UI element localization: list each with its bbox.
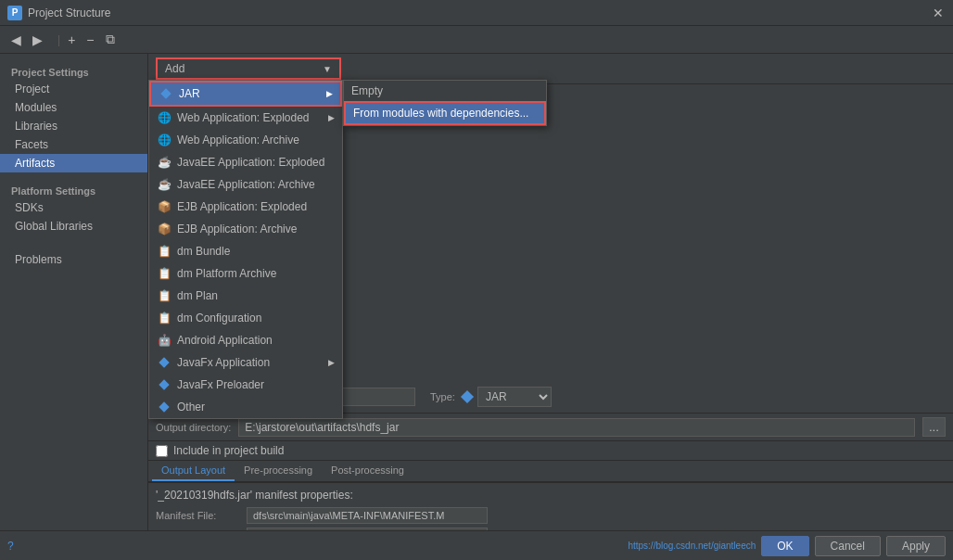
back-button[interactable]: ◀: [7, 31, 25, 49]
menu-item-javaee-archive[interactable]: ☕ JavaEE Application: Archive: [149, 173, 342, 196]
menu-item-other[interactable]: Other: [149, 396, 342, 418]
javafx-app-arrow-icon: ▶: [328, 358, 335, 367]
forward-button[interactable]: ▶: [29, 31, 46, 49]
window-controls: ✕: [931, 6, 946, 20]
menu-item-web-archive-label: Web Application: Archive: [177, 134, 299, 146]
tab-post-processing[interactable]: Post-processing: [322, 461, 413, 481]
remove-button[interactable]: −: [83, 31, 97, 49]
right-panel: Add ▼ JAR ▶ 🌐 We: [148, 54, 953, 530]
sidebar-item-modules[interactable]: Modules: [0, 98, 147, 117]
web-exploded-arrow-icon: ▶: [328, 113, 335, 122]
menu-item-dm-bundle[interactable]: 📋 dm Bundle: [149, 240, 342, 262]
menu-item-javafx-app-label: JavaFx Application: [177, 356, 270, 369]
menu-item-javafx-preloader[interactable]: JavaFx Preloader: [149, 374, 342, 396]
sidebar-item-artifacts[interactable]: Artifacts: [0, 154, 147, 172]
output-dir-input[interactable]: [238, 418, 915, 437]
close-button[interactable]: ✕: [931, 6, 946, 20]
type-dropdown: JAR: [463, 387, 552, 407]
menu-item-web-exploded[interactable]: 🌐 Web Application: Exploded ▶: [149, 107, 342, 129]
menu-item-dm-config[interactable]: 📋 dm Configuration: [149, 307, 342, 329]
menu-item-dm-plan-label: dm Plan: [177, 289, 218, 302]
dm-platform-icon: 📋: [157, 266, 172, 281]
menu-item-javafx-preloader-label: JavaFx Preloader: [177, 378, 264, 391]
menu-item-ejb-exploded[interactable]: 📦 EJB Application: Exploded: [149, 196, 342, 218]
jar-icon: [159, 86, 173, 101]
type-select[interactable]: JAR: [477, 387, 552, 407]
add-menu-button[interactable]: Add ▼: [156, 57, 341, 80]
menu-item-dm-platform[interactable]: 📋 dm Platform Archive: [149, 262, 342, 285]
menu-item-web-exploded-label: Web Application: Exploded: [177, 111, 310, 124]
manifest-title: '_20210319hdfs.jar' manifest properties:: [156, 489, 946, 502]
android-app-icon: 🤖: [157, 333, 172, 348]
web-archive-icon: 🌐: [157, 133, 172, 147]
ejb-exploded-icon: 📦: [157, 199, 172, 214]
add-button[interactable]: +: [64, 31, 79, 49]
cancel-button[interactable]: Cancel: [815, 536, 881, 556]
platform-settings-header: Platform Settings: [0, 180, 147, 198]
manifest-file-row: Manifest File:: [156, 507, 946, 524]
menu-item-android-app[interactable]: 🤖 Android Application: [149, 329, 342, 351]
footer: ? https://blog.csdn.net/giantleech OK Ca…: [0, 530, 953, 560]
footer-right: https://blog.csdn.net/giantleech OK Canc…: [628, 536, 946, 556]
javafx-app-icon: [157, 355, 172, 370]
ok-button[interactable]: OK: [761, 536, 808, 556]
manifest-file-input[interactable]: [247, 507, 488, 524]
menu-item-dm-plan[interactable]: 📋 dm Plan: [149, 285, 342, 307]
footer-url: https://blog.csdn.net/giantleech: [628, 541, 756, 551]
include-row: Include in project build: [148, 441, 953, 461]
menu-item-web-archive[interactable]: 🌐 Web Application: Archive: [149, 129, 342, 151]
help-button[interactable]: ?: [7, 540, 14, 553]
dm-config-icon: 📋: [157, 311, 172, 325]
title-bar: P Project Structure ✕: [0, 0, 953, 26]
menu-item-javaee-exploded[interactable]: ☕ JavaEE Application: Exploded: [149, 151, 342, 173]
menu-item-ejb-archive[interactable]: 📦 EJB Application: Archive: [149, 218, 342, 240]
sidebar-item-sdks[interactable]: SDKs: [0, 198, 147, 217]
app-icon: P: [7, 6, 22, 20]
menu-item-dm-config-label: dm Configuration: [177, 312, 261, 325]
include-checkbox[interactable]: [156, 445, 168, 457]
output-dir-label: Output directory:: [156, 422, 231, 433]
jar-from-modules-item[interactable]: From modules with dependencies...: [344, 101, 546, 125]
project-structure-window: P Project Structure ✕ ◀ ▶ | + − ⧉ Projec…: [0, 0, 953, 560]
bottom-section: '_20210319hdfs.jar' manifest properties:…: [148, 482, 953, 530]
jar-submenu-arrow-icon: ▶: [326, 89, 333, 98]
jar-empty-label: Empty: [351, 84, 383, 97]
menu-item-ejb-exploded-label: EJB Application: Exploded: [177, 200, 307, 213]
add-menu-arrow-icon: ▼: [323, 64, 332, 74]
sidebar-item-project[interactable]: Project: [0, 80, 147, 98]
tab-output-layout[interactable]: Output Layout: [152, 461, 235, 481]
menu-item-javaee-exploded-label: JavaEE Application: Exploded: [177, 156, 324, 169]
jar-type-icon: [461, 390, 474, 403]
jar-empty-item[interactable]: Empty: [344, 81, 546, 101]
sidebar-item-global-libraries[interactable]: Global Libraries: [0, 217, 147, 235]
menu-item-ejb-archive-label: EJB Application: Archive: [177, 223, 297, 235]
menu-item-jar[interactable]: JAR ▶: [149, 81, 342, 107]
dropdown-menu-container: JAR ▶ 🌐 Web Application: Exploded ▶ 🌐 We…: [148, 80, 343, 419]
sidebar-item-libraries[interactable]: Libraries: [0, 117, 147, 135]
project-settings-header: Project Settings: [0, 61, 147, 80]
javaee-exploded-icon: ☕: [157, 155, 172, 170]
nav-toolbar: ◀ ▶ | + − ⧉: [0, 26, 953, 54]
other-icon: [157, 400, 172, 414]
main-content: Project Settings Project Modules Librari…: [0, 54, 953, 530]
sidebar: Project Settings Project Modules Librari…: [0, 54, 148, 530]
tab-pre-processing[interactable]: Pre-processing: [235, 461, 322, 481]
javafx-preloader-icon: [157, 377, 172, 392]
copy-button[interactable]: ⧉: [102, 30, 119, 49]
output-dir-browse-button[interactable]: ...: [922, 417, 946, 437]
menu-item-jar-label: JAR: [179, 87, 200, 100]
manifest-file-label: Manifest File:: [156, 510, 239, 521]
menu-level1: JAR ▶ 🌐 Web Application: Exploded ▶ 🌐 We…: [148, 80, 343, 419]
menu-item-other-label: Other: [177, 401, 205, 414]
sidebar-item-problems[interactable]: Problems: [0, 250, 147, 269]
dm-bundle-icon: 📋: [157, 244, 172, 259]
apply-button[interactable]: Apply: [886, 536, 946, 556]
add-menu-label: Add: [165, 62, 184, 75]
sidebar-item-facets[interactable]: Facets: [0, 135, 147, 154]
menu-item-javafx-app[interactable]: JavaFx Application ▶: [149, 351, 342, 374]
ejb-archive-icon: 📦: [157, 222, 172, 236]
web-exploded-icon: 🌐: [157, 110, 172, 125]
menu-item-dm-platform-label: dm Platform Archive: [177, 267, 276, 280]
menu-item-javaee-archive-label: JavaEE Application: Archive: [177, 178, 315, 191]
jar-submenu: Empty From modules with dependencies...: [343, 80, 547, 126]
